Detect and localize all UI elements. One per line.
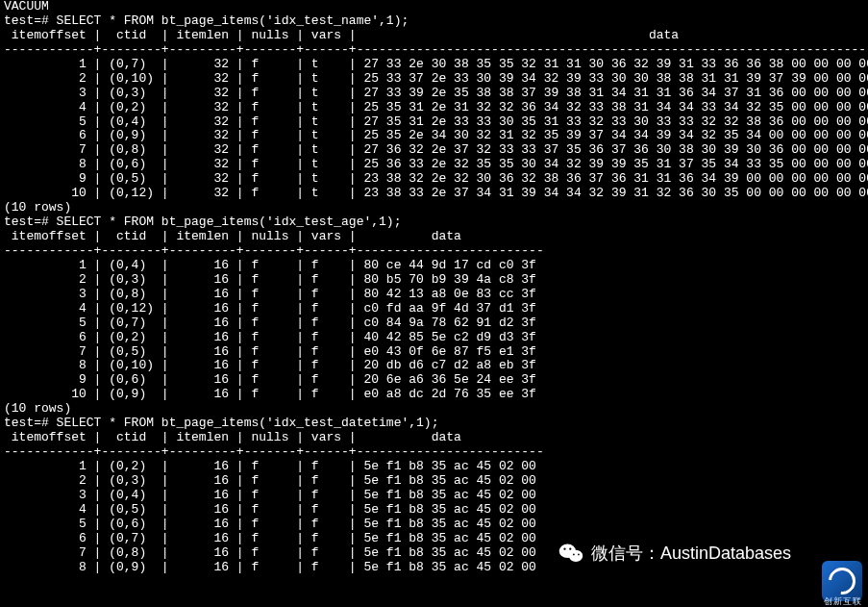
terminal-line: 1 | (0,2) | 16 | f | f | 5e f1 b8 35 ac … bbox=[4, 460, 864, 474]
terminal-line: 3 | (0,4) | 16 | f | f | 5e f1 b8 35 ac … bbox=[4, 489, 864, 503]
terminal-line: 2 | (0,10) | 32 | f | t | 25 33 37 2e 33… bbox=[4, 72, 864, 87]
svg-point-5 bbox=[578, 554, 580, 556]
svg-point-3 bbox=[569, 548, 571, 550]
terminal-line: 4 | (0,5) | 16 | f | f | 5e f1 b8 35 ac … bbox=[4, 503, 864, 518]
terminal-line: ------------+--------+---------+-------+… bbox=[4, 244, 864, 259]
terminal-line: 8 | (0,6) | 32 | f | t | 25 36 33 2e 32 … bbox=[4, 158, 864, 172]
terminal-line: 10 | (0,9) | 16 | f | f | e0 a8 dc 2d 76… bbox=[4, 388, 864, 402]
terminal-line: 1 | (0,7) | 32 | f | t | 27 33 2e 30 38 … bbox=[4, 58, 864, 72]
terminal-line: test=# SELECT * FROM bt_page_items('idx_… bbox=[4, 417, 864, 431]
terminal-line: 8 | (0,10) | 16 | f | f | 20 db d6 c7 d2… bbox=[4, 359, 864, 373]
svg-point-2 bbox=[563, 548, 565, 550]
terminal-line: 4 | (0,12) | 16 | f | f | c0 fd aa 9f 4d… bbox=[4, 302, 864, 316]
terminal-line: ------------+--------+---------+-------+… bbox=[4, 445, 864, 460]
terminal-line: 4 | (0,2) | 32 | f | t | 25 35 31 2e 31 … bbox=[4, 101, 864, 115]
terminal-line: 7 | (0,8) | 32 | f | t | 27 36 32 2e 37 … bbox=[4, 143, 864, 158]
terminal-line: 9 | (0,6) | 16 | f | f | 20 6e a6 36 5e … bbox=[4, 373, 864, 388]
terminal-line: itemoffset | ctid | itemlen | nulls | va… bbox=[4, 29, 864, 43]
terminal-output: VACUUMtest=# SELECT * FROM bt_page_items… bbox=[0, 0, 868, 575]
terminal-line: test=# SELECT * FROM bt_page_items('idx_… bbox=[4, 14, 864, 29]
terminal-line: (10 rows) bbox=[4, 402, 864, 417]
terminal-line: 7 | (0,5) | 16 | f | f | e0 43 0f 6e 87 … bbox=[4, 345, 864, 360]
terminal-line: 2 | (0,3) | 16 | f | f | 80 b5 70 b9 39 … bbox=[4, 273, 864, 288]
terminal-line: 6 | (0,9) | 32 | f | t | 25 35 2e 34 30 … bbox=[4, 129, 864, 143]
terminal-line: 2 | (0,3) | 16 | f | f | 5e f1 b8 35 ac … bbox=[4, 474, 864, 489]
terminal-line: 3 | (0,8) | 16 | f | f | 80 42 13 a8 0e … bbox=[4, 288, 864, 302]
terminal-line: 10 | (0,12) | 32 | f | t | 23 38 33 2e 3… bbox=[4, 187, 864, 201]
terminal-line: 5 | (0,6) | 16 | f | f | 5e f1 b8 35 ac … bbox=[4, 518, 864, 532]
terminal-line: itemoffset | ctid | itemlen | nulls | va… bbox=[4, 230, 864, 244]
wechat-icon bbox=[558, 543, 583, 564]
terminal-line: 9 | (0,5) | 32 | f | t | 23 38 32 2e 32 … bbox=[4, 172, 864, 187]
svg-point-4 bbox=[573, 554, 575, 556]
watermark: 微信号：AustinDatabases bbox=[558, 543, 791, 564]
terminal-line: 5 | (0,7) | 16 | f | f | c0 84 9a 78 62 … bbox=[4, 316, 864, 331]
terminal-line: (10 rows) bbox=[4, 201, 864, 215]
terminal-line: VACUUM bbox=[4, 0, 864, 14]
terminal-line: itemoffset | ctid | itemlen | nulls | va… bbox=[4, 431, 864, 445]
svg-point-1 bbox=[569, 550, 583, 562]
terminal-line: 5 | (0,4) | 32 | f | t | 27 35 31 2e 33 … bbox=[4, 115, 864, 130]
terminal-line: test=# SELECT * FROM bt_page_items('idx_… bbox=[4, 215, 864, 230]
terminal-line: 1 | (0,4) | 16 | f | f | 80 ce 44 9d 17 … bbox=[4, 259, 864, 273]
terminal-line: ------------+--------+---------+-------+… bbox=[4, 43, 864, 58]
terminal-line: 6 | (0,2) | 16 | f | f | 40 42 85 5e c2 … bbox=[4, 331, 864, 345]
watermark-text: 微信号：AustinDatabases bbox=[591, 544, 791, 564]
terminal-line: 3 | (0,3) | 32 | f | t | 27 33 39 2e 35 … bbox=[4, 87, 864, 101]
corner-logo-caption: 创新互联 bbox=[824, 596, 862, 606]
